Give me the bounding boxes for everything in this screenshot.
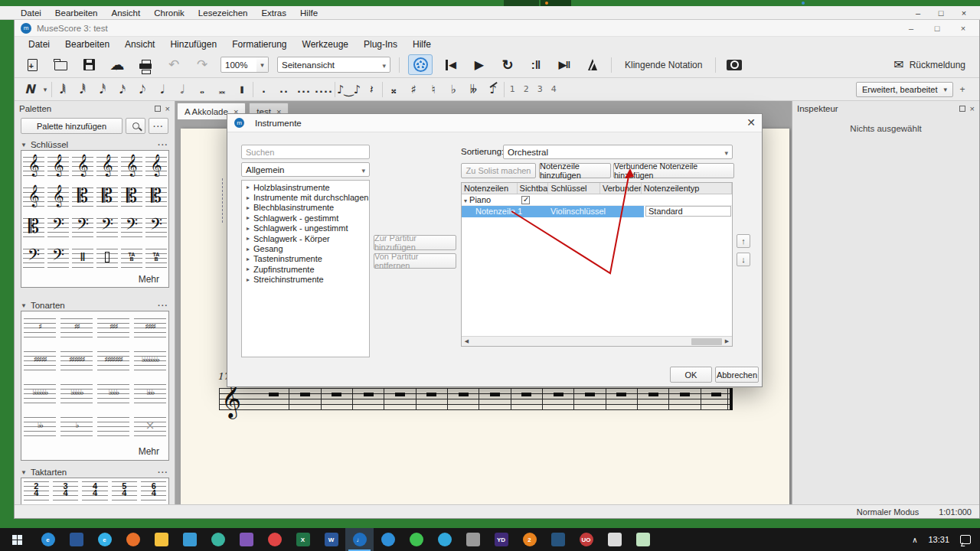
clef-cell-7[interactable]: 𝄞 <box>21 181 46 212</box>
taskbar-app-edge[interactable]: e <box>34 528 62 551</box>
clef-cell-17[interactable]: 𝄢 <box>119 212 144 243</box>
browser-menu-hilfe[interactable]: Hilfe <box>293 6 325 20</box>
category-instrumente-mit-durchschlagen[interactable]: ▸Instrumente mit durchschlagen... <box>242 192 369 202</box>
clef-cell-6[interactable]: 𝄞 <box>144 151 168 181</box>
collapse-arrow-icon[interactable]: ▼ <box>21 469 27 476</box>
note-longa-icon[interactable]: 𝅛 <box>233 80 251 99</box>
measure[interactable] <box>479 388 511 410</box>
browser-maximize-button[interactable]: □ <box>929 6 952 20</box>
ok-button[interactable]: OK <box>670 367 712 383</box>
browser-menu-bearbeiten[interactable]: Bearbeiten <box>48 6 105 20</box>
section-menu-icon[interactable]: ··· <box>158 140 168 149</box>
voice-1[interactable]: 1 <box>506 80 518 99</box>
close-icon[interactable] <box>165 104 170 113</box>
taskbar-app-word[interactable]: W <box>317 528 345 551</box>
section-timesig-title[interactable]: Taktarten <box>31 468 67 477</box>
taskbar-app-9[interactable] <box>260 528 289 551</box>
measure[interactable] <box>322 388 353 410</box>
keysig-more-link[interactable]: Mehr <box>139 446 159 457</box>
feedback-button[interactable]: Rückmeldung <box>893 57 972 72</box>
collapse-arrow-icon[interactable]: ▼ <box>21 142 27 148</box>
staff-type-cell[interactable]: Standard <box>645 206 731 217</box>
taskbar-app-yd[interactable]: YD <box>487 528 515 551</box>
keysig-cell-12[interactable]: ♭♭♭ <box>132 377 168 410</box>
move-down-button[interactable]: ↓ <box>737 253 750 266</box>
undock-icon[interactable] <box>155 106 161 112</box>
measure[interactable] <box>511 388 543 410</box>
keysig-cell-6[interactable]: ♯♯♯♯♯♯ <box>58 344 95 377</box>
undock-icon[interactable] <box>959 106 965 112</box>
quadruple-dot-icon[interactable]: .... <box>315 80 333 99</box>
taskbar-app-8[interactable] <box>232 528 260 551</box>
note-64-icon[interactable]: 𝅘𝅥𝅱 <box>74 80 92 99</box>
section-menu-icon[interactable]: ··· <box>158 301 168 310</box>
note-half-icon[interactable]: 𝅗𝅥 <box>173 80 191 99</box>
browser-close-button[interactable]: × <box>952 6 975 20</box>
taskbar-app-folder[interactable] <box>147 528 175 551</box>
print-icon[interactable] <box>136 55 155 75</box>
genre-filter-select[interactable]: Allgemein <box>241 162 370 177</box>
category-blechblasinstrumente[interactable]: ▸Blechblasinstrumente <box>242 203 369 213</box>
taskbar-app-notepad[interactable] <box>629 528 657 551</box>
taskbar-app-19[interactable]: 2 <box>515 528 544 551</box>
tie-icon[interactable]: ♪‿♪ <box>337 80 361 99</box>
rewind-icon[interactable] <box>441 55 461 75</box>
voice-2[interactable]: 2 <box>520 80 532 99</box>
redo-icon[interactable] <box>192 55 212 75</box>
natural-icon[interactable]: ♮ <box>424 80 443 99</box>
move-up-button[interactable]: ↑ <box>737 234 750 248</box>
action-center-icon[interactable] <box>960 535 971 544</box>
make-soloist-button[interactable]: Zu Solist machen <box>461 163 536 178</box>
dialog-titlebar[interactable]: m Instrumente <box>227 114 762 132</box>
note-16-icon[interactable]: 𝅘𝅥𝅯 <box>113 80 132 99</box>
note-breve-icon[interactable]: 𝅜 <box>213 80 231 99</box>
clef-cell-5[interactable]: 𝄞 <box>119 151 144 181</box>
clef-cell-1[interactable]: 𝄞 <box>21 151 46 181</box>
taskbar-app-22[interactable] <box>600 528 629 551</box>
workspace-select[interactable]: Erweitert, bearbeitet▾ <box>856 82 953 97</box>
category-schlagwerk-gestimmt[interactable]: ▸Schlagwerk - gestimmt <box>242 213 369 223</box>
taskbar-app-17[interactable] <box>459 528 487 551</box>
taskbar-app-6[interactable] <box>175 528 204 551</box>
column-header-notenzeilentyp[interactable]: Notenzeilentyp <box>642 183 732 194</box>
sort-select[interactable]: Orchestral <box>503 145 733 159</box>
taskbar-app-excel[interactable]: X <box>289 528 317 551</box>
menu-datei[interactable]: Datei <box>21 37 57 52</box>
clef-cell-11[interactable]: 𝄡 <box>119 181 144 212</box>
menu-formatierung[interactable]: Formatierung <box>224 37 294 52</box>
menu-hinzuf-gen[interactable]: Hinzufügen <box>162 37 224 52</box>
menu-werkzeuge[interactable]: Werkzeuge <box>295 37 356 52</box>
measure[interactable] <box>448 388 479 410</box>
browser-minimize-button[interactable]: – <box>906 6 929 20</box>
play-icon[interactable] <box>469 55 489 75</box>
menu-ansicht[interactable]: Ansicht <box>117 37 162 52</box>
measure[interactable] <box>353 388 384 410</box>
category-holzblasinstrumente[interactable]: ▸Holzblasinstrumente <box>242 182 369 192</box>
clef-cell-18[interactable]: 𝄢 <box>144 212 168 243</box>
window-maximize-button[interactable]: □ <box>924 20 950 37</box>
scrollbar-thumb[interactable] <box>691 338 722 345</box>
expand-arrow-icon[interactable]: ▸ <box>247 246 250 253</box>
keysig-cell-9[interactable]: ♭♭♭♭♭♭ <box>21 377 58 410</box>
instrument-search-input[interactable] <box>241 145 370 159</box>
note-32-icon[interactable]: 𝅘𝅥𝅰 <box>93 80 112 99</box>
expand-arrow-icon[interactable]: ▸ <box>247 235 250 242</box>
clef-cell-24[interactable]: TAB <box>144 243 168 273</box>
metronome-icon[interactable] <box>583 55 603 75</box>
open-icon[interactable] <box>51 55 70 75</box>
search-palette-button[interactable] <box>126 118 145 134</box>
taskbar-app-20[interactable] <box>544 528 572 551</box>
clef-cell-20[interactable]: 𝄢 <box>46 243 70 273</box>
aug-dot-icon[interactable]: . <box>255 80 273 99</box>
view-mode-select[interactable]: Seitenansicht <box>277 57 390 73</box>
keysig-cell-10[interactable]: ♭♭♭♭♭ <box>58 377 95 410</box>
concert-pitch-button[interactable]: Klingende Notation <box>620 60 707 70</box>
browser-menu-datei[interactable]: Datei <box>14 6 48 20</box>
expand-arrow-icon[interactable]: ▸ <box>247 276 250 283</box>
new-score-icon[interactable] <box>22 55 42 75</box>
double-dot-icon[interactable]: .. <box>275 80 293 99</box>
note-quarter-icon[interactable]: 𝅘𝅥 <box>153 80 172 99</box>
clef-cell-9[interactable]: 𝄡 <box>70 181 95 212</box>
keysig-cell-13[interactable]: ♭♭ <box>21 410 58 443</box>
keysig-cell-3[interactable]: ♯♯♯ <box>95 311 132 344</box>
